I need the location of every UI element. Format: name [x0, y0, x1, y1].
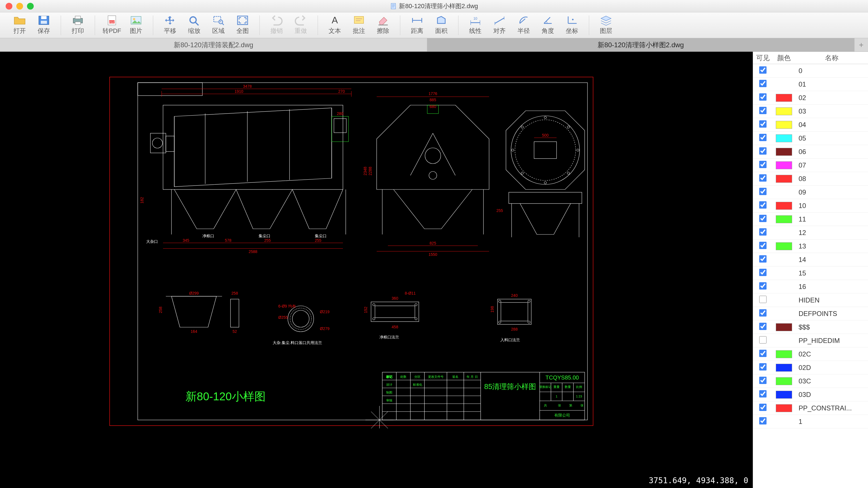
layer-visible-checkbox[interactable] [759, 201, 767, 209]
layer-visible-checkbox[interactable] [759, 215, 767, 222]
layer-visible-checkbox[interactable] [759, 93, 767, 101]
layer-visible-checkbox[interactable] [759, 390, 767, 397]
layer-row[interactable]: 1 [753, 415, 868, 428]
layer-row[interactable]: 15 [753, 267, 868, 280]
layer-visible-checkbox[interactable] [759, 336, 767, 343]
drawing-canvas[interactable]: 3478 1910 270 [0, 52, 753, 488]
layer-visible-checkbox[interactable] [759, 282, 767, 289]
linear-button[interactable]: 10线性 [464, 14, 487, 36]
angle-button[interactable]: 角度 [536, 14, 560, 36]
layer-visible-checkbox[interactable] [759, 255, 767, 263]
layer-visible-checkbox[interactable] [759, 188, 767, 195]
fit-button[interactable]: 全图 [231, 14, 254, 36]
annot-button[interactable]: 批注 [347, 14, 371, 36]
layer-color-swatch[interactable] [776, 391, 792, 399]
layer-row[interactable]: 10 [753, 199, 868, 213]
layer-visible-checkbox[interactable] [759, 107, 767, 114]
document-tab[interactable]: 新80-120清理筛小样图2.dwg [427, 38, 855, 52]
layer-visible-checkbox[interactable] [759, 147, 767, 155]
layer-color-swatch[interactable] [776, 175, 792, 183]
layer-color-swatch[interactable] [776, 161, 792, 169]
align-button[interactable]: 对齐 [488, 14, 511, 36]
print-button[interactable]: 打印 [66, 14, 90, 36]
layer-row[interactable]: $$$ [753, 321, 868, 334]
layer-visible-checkbox[interactable] [759, 296, 767, 303]
layer-color-swatch[interactable] [776, 323, 792, 331]
area-button[interactable]: 面积 [430, 14, 453, 36]
layer-row[interactable]: 03C [753, 374, 868, 388]
layer-visible-checkbox[interactable] [759, 417, 767, 424]
svg-rect-19 [354, 17, 364, 24]
layer-visible-checkbox[interactable] [759, 242, 767, 249]
close-icon[interactable] [6, 3, 12, 9]
layer-visible-checkbox[interactable] [759, 323, 767, 330]
layer-visible-checkbox[interactable] [759, 309, 767, 316]
layer-visible-checkbox[interactable] [759, 161, 767, 168]
coord-button[interactable]: 坐标 [560, 14, 584, 36]
layer-row[interactable]: HIDEN [753, 294, 868, 307]
layer-row[interactable]: 04 [753, 118, 868, 131]
layer-visible-checkbox[interactable] [759, 363, 767, 370]
layer-row[interactable]: 02 [753, 91, 868, 104]
layer-color-swatch[interactable] [776, 134, 792, 142]
layer-row[interactable]: 03D [753, 388, 868, 401]
layer-visible-checkbox[interactable] [759, 66, 767, 74]
layer-visible-checkbox[interactable] [759, 134, 767, 141]
layer-row[interactable]: 14 [753, 253, 868, 267]
layer-row[interactable]: 09 [753, 186, 868, 199]
layer-row[interactable]: 11 [753, 213, 868, 226]
layer-row[interactable]: 08 [753, 172, 868, 186]
layer-row[interactable]: 07 [753, 158, 868, 172]
layer-row[interactable]: 16 [753, 280, 868, 294]
layer-row[interactable]: 12 [753, 226, 868, 240]
open-button[interactable]: 打开 [8, 14, 31, 36]
layer-color-swatch[interactable] [776, 215, 792, 223]
layer-row[interactable]: 13 [753, 240, 868, 253]
maximize-icon[interactable] [27, 3, 34, 9]
add-tab-button[interactable]: + [855, 38, 868, 52]
layer-row[interactable]: 06 [753, 145, 868, 158]
layer-color-swatch[interactable] [776, 108, 792, 115]
layer-row[interactable]: 05 [753, 131, 868, 145]
svg-text:张: 张 [558, 404, 561, 407]
layer-color-swatch[interactable] [776, 377, 792, 385]
layer-color-swatch[interactable] [776, 202, 792, 210]
region-button[interactable]: 区域 [207, 14, 230, 36]
radius-button[interactable]: 半径 [512, 14, 535, 36]
layer-row[interactable]: 03 [753, 104, 868, 118]
image-button[interactable]: 图片 [124, 14, 148, 36]
erase-button[interactable]: 擦除 [371, 14, 395, 36]
layer-color-swatch[interactable] [776, 364, 792, 372]
layer-row[interactable]: 02D [753, 361, 868, 374]
layer-row[interactable]: 0 [753, 64, 868, 78]
save-button[interactable]: 保存 [32, 14, 56, 36]
layer-color-swatch[interactable] [776, 242, 792, 250]
layer-row[interactable]: 02C [753, 347, 868, 361]
layer-row[interactable]: PP_CONSTRAI... [753, 401, 868, 415]
dist-button[interactable]: 距离 [405, 14, 429, 36]
layer-color-swatch[interactable] [776, 404, 792, 412]
layer-visible-checkbox[interactable] [759, 80, 767, 87]
layer-color-swatch[interactable] [776, 121, 792, 129]
layer-color-swatch[interactable] [776, 94, 792, 102]
layer-row[interactable]: DEFPOINTS [753, 307, 868, 321]
minimize-icon[interactable] [16, 3, 23, 9]
layer-visible-checkbox[interactable] [759, 174, 767, 182]
document-tab[interactable]: 新80-120清理筛装配2.dwg [0, 38, 427, 52]
layer-visible-checkbox[interactable] [759, 377, 767, 384]
layer-row[interactable]: PP_HIDEDIM [753, 334, 868, 347]
layer-color-swatch[interactable] [776, 148, 792, 156]
layers-button[interactable]: 图层 [594, 14, 618, 36]
layer-visible-checkbox[interactable] [759, 269, 767, 276]
layer-visible-checkbox[interactable] [759, 350, 767, 357]
layer-visible-checkbox[interactable] [759, 120, 767, 128]
layer-color-swatch[interactable] [776, 350, 792, 358]
layer-row[interactable]: 01 [753, 78, 868, 91]
layer-visible-checkbox[interactable] [759, 228, 767, 236]
pan-button[interactable]: 平移 [158, 14, 182, 36]
layer-visible-checkbox[interactable] [759, 404, 767, 411]
pdf-button[interactable]: PDF转PDF [100, 14, 124, 36]
text-button[interactable]: A文本 [323, 14, 347, 36]
zoom-button[interactable]: 缩放 [182, 14, 206, 36]
window-title: 新80-120清理筛小样图2.dwg [390, 2, 478, 10]
